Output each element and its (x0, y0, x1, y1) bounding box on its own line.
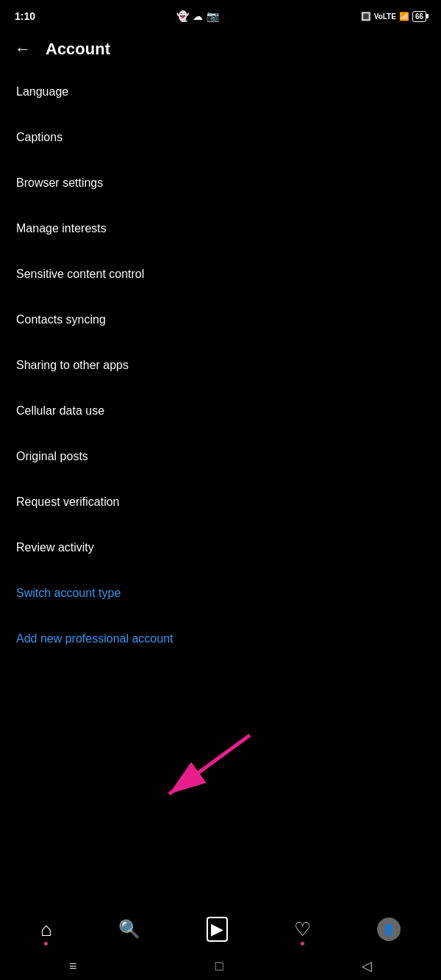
sys-nav-back[interactable]: ◁ (362, 958, 372, 974)
back-button[interactable]: ← (15, 40, 31, 59)
menu-item-contacts-syncing[interactable]: Contacts syncing (16, 297, 425, 343)
nav-activity[interactable]: ♡ (294, 918, 311, 941)
sys-nav-home[interactable]: □ (215, 959, 223, 974)
menu-item-sensitive-content[interactable]: Sensitive content control (16, 251, 425, 297)
sys-nav-menu[interactable]: ≡ (69, 959, 77, 974)
camera-icon: 📷 (207, 10, 219, 22)
nav-home[interactable]: ⌂ (40, 918, 52, 941)
menu-item-manage-interests[interactable]: Manage interests (16, 206, 425, 251)
snapchat-icon: 👻 (176, 10, 189, 22)
system-navigation: ≡ □ ◁ (0, 952, 441, 980)
menu-item-request-verification[interactable]: Request verification (16, 479, 425, 525)
menu-label-contacts-syncing: Contacts syncing (16, 313, 106, 326)
menu-label-add-professional: Add new professional account (16, 632, 173, 645)
heart-icon: ♡ (294, 918, 311, 941)
menu-label-manage-interests: Manage interests (16, 222, 107, 235)
menu-item-switch-account-type[interactable]: Switch account type (16, 571, 425, 616)
menu-label-browser-settings: Browser settings (16, 176, 103, 189)
nav-reels[interactable]: ▶ (207, 917, 228, 942)
vibrate-icon: 🔳 (361, 12, 371, 21)
menu-label-language: Language (16, 85, 68, 98)
nav-search[interactable]: 🔍 (118, 919, 140, 940)
menu-item-language[interactable]: Language (16, 69, 425, 115)
page-header: ← Account (0, 29, 441, 69)
menu-label-switch-account-type: Switch account type (16, 587, 121, 599)
menu-item-original-posts[interactable]: Original posts (16, 434, 425, 479)
menu-item-cellular-data[interactable]: Cellular data use (16, 388, 425, 434)
search-icon: 🔍 (118, 919, 140, 940)
profile-avatar: 👤 (377, 918, 401, 941)
bottom-navigation: ⌂ 🔍 ▶ ♡ 👤 (0, 908, 441, 951)
menu-item-captions[interactable]: Captions (16, 115, 425, 160)
arrow-annotation (0, 720, 441, 819)
notification-icons: 👻 ☁ 📷 (176, 10, 219, 22)
svg-line-1 (169, 735, 250, 794)
menu-item-browser-settings[interactable]: Browser settings (16, 160, 425, 206)
page-title: Account (46, 40, 110, 59)
menu-item-add-professional[interactable]: Add new professional account (16, 616, 425, 662)
reels-icon: ▶ (207, 917, 228, 942)
cloud-icon: ☁ (193, 10, 203, 22)
menu-label-cellular-data: Cellular data use (16, 404, 104, 417)
menu-label-sensitive-content: Sensitive content control (16, 268, 144, 280)
menu-label-original-posts: Original posts (16, 450, 88, 462)
signal-icon: 📶 (399, 12, 409, 21)
menu-label-request-verification: Request verification (16, 496, 120, 508)
status-time: 1:10 (15, 10, 35, 22)
home-icon: ⌂ (40, 918, 52, 941)
battery-indicator: 66 (412, 11, 426, 22)
home-dot (44, 942, 48, 945)
nav-profile[interactable]: 👤 (377, 918, 401, 941)
menu-label-captions: Captions (16, 131, 62, 143)
account-menu-list: LanguageCaptionsBrowser settingsManage i… (0, 69, 441, 662)
activity-dot (301, 942, 304, 945)
status-right-icons: 🔳 VoLTE 📶 66 (361, 11, 426, 22)
menu-item-sharing-apps[interactable]: Sharing to other apps (16, 343, 425, 388)
menu-label-review-activity: Review activity (16, 541, 94, 554)
pointer-arrow-svg (0, 720, 441, 816)
menu-item-review-activity[interactable]: Review activity (16, 525, 425, 571)
menu-label-sharing-apps: Sharing to other apps (16, 359, 129, 371)
lte-icon: VoLTE (374, 12, 396, 21)
status-bar: 1:10 👻 ☁ 📷 🔳 VoLTE 📶 66 (0, 0, 441, 29)
